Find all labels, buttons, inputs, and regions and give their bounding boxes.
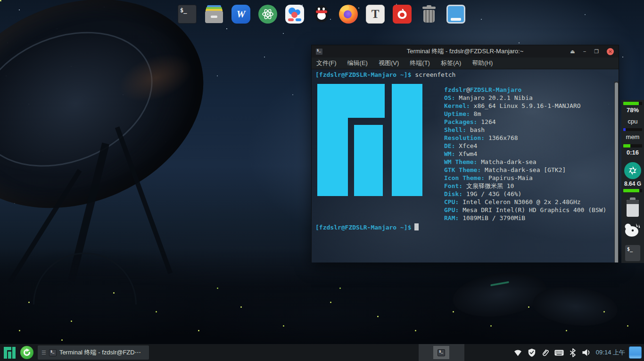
- cpu-label[interactable]: cpu: [628, 118, 638, 125]
- menu-edit[interactable]: 编辑(E): [347, 59, 368, 67]
- dock-wps-office[interactable]: W: [231, 4, 251, 25]
- taskbar: ☰ $_ Terminal 终端 - fzdslr@FZD⋯ $_: [0, 344, 644, 361]
- app-menu-button[interactable]: [0, 344, 19, 361]
- updater-button[interactable]: [19, 344, 35, 361]
- screenshot-aperture-icon[interactable]: [624, 162, 641, 179]
- host-line: fzdslr@FZDSLR-Manjaro: [444, 86, 606, 94]
- terminal-icon: $_: [178, 5, 197, 24]
- trash-icon: [420, 5, 438, 24]
- info-line: CPU: Intel Celeron N3060 @ 2x 2.48GHz: [444, 198, 606, 206]
- info-line: WM: Xfwm4: [444, 150, 606, 158]
- info-line: GTK Theme: Matcha-dark-sea [GTK2]: [444, 166, 606, 174]
- info-line: Resolution: 1366x768: [444, 134, 606, 142]
- maximize-button[interactable]: ❐: [594, 49, 599, 54]
- keyboard-icon[interactable]: [554, 348, 564, 357]
- shield-check-icon[interactable]: [527, 348, 537, 357]
- grip-icon: ☰: [41, 350, 46, 356]
- menu-view[interactable]: 视图(V): [379, 59, 399, 67]
- wps-office-icon: W: [231, 5, 250, 24]
- dock-file-cabinet[interactable]: [204, 4, 224, 25]
- baidu-netdisk-icon: [285, 5, 304, 24]
- atom-icon: [258, 5, 277, 24]
- terminal-icon: $_: [438, 349, 445, 356]
- info-line: Kernel: x86_64 Linux 5.9.16-1-MANJARO: [444, 102, 606, 110]
- radio-telescope-silhouette: [0, 0, 235, 245]
- info-line: Uptime: 8m: [444, 110, 606, 118]
- right-panel: 78% cpu mem 0:16 8.64 G $_: [621, 100, 644, 263]
- screenfetch-output: fzdslr@FZDSLR-Manjaro OS: Manjaro 20.2.1…: [315, 84, 615, 222]
- minimize-button[interactable]: −: [583, 49, 586, 54]
- dock-baidu-netdisk[interactable]: [285, 4, 305, 25]
- terminal-icon[interactable]: $_: [625, 245, 641, 262]
- info-line: RAM: 1089MiB / 3790MiB: [444, 214, 606, 222]
- qq-icon: [313, 4, 330, 24]
- titlebar[interactable]: $_ Terminal 终端 - fzdslr@FZDSLR-Manjaro:~…: [312, 45, 619, 57]
- manjaro-logo: [317, 84, 422, 196]
- terminal-content[interactable]: [fzdslr@FZDSLR-Manjaro ~]$ screenfetch f…: [312, 69, 619, 263]
- system-info: fzdslr@FZDSLR-Manjaro OS: Manjaro 20.2.1…: [444, 84, 606, 222]
- wifi-icon[interactable]: [513, 348, 523, 357]
- free-space-value: 8.64 G: [624, 180, 641, 188]
- dock-trash[interactable]: [419, 4, 439, 25]
- workspace-pager[interactable]: $_: [419, 344, 464, 361]
- dock-firefox[interactable]: [339, 4, 358, 25]
- cpu-bar: [623, 128, 642, 131]
- top-dock: $_ W T: [177, 4, 466, 25]
- manjaro-logo-icon: [4, 347, 16, 359]
- desktop: $_ W T: [0, 0, 644, 361]
- menu-help[interactable]: 帮助(H): [472, 59, 493, 67]
- workspace-indicator[interactable]: [629, 346, 642, 359]
- dock-typora[interactable]: T: [365, 4, 385, 25]
- ground-blob: [179, 271, 471, 352]
- active-workspace-cell[interactable]: $_: [433, 346, 449, 359]
- battery-bar: [623, 102, 642, 105]
- info-line: Icon Theme: Papirus-Maia: [444, 174, 606, 182]
- file-manager-icon: [446, 5, 465, 24]
- scrollbar-thumb[interactable]: [615, 82, 618, 263]
- xfce-mouse-icon[interactable]: [624, 222, 642, 239]
- bluetooth-icon[interactable]: [568, 348, 578, 357]
- info-line: DE: Xfce4: [444, 142, 606, 150]
- info-line: WM Theme: Matcha-dark-sea: [444, 158, 606, 166]
- mem-label[interactable]: mem: [626, 133, 640, 140]
- netease-music-icon: [393, 5, 412, 24]
- clock[interactable]: 09:14 上午: [596, 348, 625, 357]
- fireflies-decoration: [0, 0, 1, 1]
- close-button[interactable]: ✕: [607, 48, 614, 55]
- paperclip-icon[interactable]: [541, 348, 550, 357]
- command-line: [fzdslr@FZDSLR-Manjaro ~]$ screenfetch: [315, 71, 615, 78]
- disk-bar: [623, 189, 642, 192]
- volume-icon[interactable]: [582, 348, 591, 357]
- taskbar-window-label: Terminal 终端 - fzdslr@FZD⋯: [59, 348, 141, 357]
- system-tray: [513, 348, 591, 357]
- green-arrow-icon: [20, 346, 33, 359]
- dock-terminal[interactable]: $_: [177, 4, 197, 25]
- dock-qq[interactable]: [312, 4, 331, 25]
- taskbar-window-button[interactable]: ☰ $_ Terminal 终端 - fzdslr@FZD⋯: [38, 345, 149, 360]
- uptime-value: 0:16: [627, 149, 639, 156]
- info-line: Disk: 19G / 43G (46%): [444, 190, 606, 198]
- menu-terminal[interactable]: 终端(T): [410, 59, 430, 67]
- terminal-icon: $_: [49, 349, 57, 356]
- text-cursor: [414, 223, 419, 230]
- dock-atom[interactable]: [258, 4, 278, 25]
- scrollbar[interactable]: [614, 82, 619, 263]
- firefox-icon: [339, 5, 358, 24]
- info-line: OS: Manjaro 20.2.1 Nibia: [444, 94, 606, 102]
- typora-icon: T: [366, 5, 385, 24]
- prompt-line: [fzdslr@FZDSLR-Manjaro ~]$: [315, 223, 615, 231]
- menu-file[interactable]: 文件(F): [316, 59, 337, 67]
- menu-tabs[interactable]: 标签(A): [441, 59, 461, 67]
- terminal-window: $_ Terminal 终端 - fzdslr@FZDSLR-Manjaro:~…: [311, 45, 619, 263]
- info-line: Shell: bash: [444, 126, 606, 134]
- file-cabinet-icon: [205, 5, 223, 24]
- battery-percent: 78%: [627, 107, 639, 114]
- info-line: GPU: Mesa DRI Intel(R) HD Graphics 400 (…: [444, 206, 606, 214]
- dock-netease-music[interactable]: [392, 4, 412, 25]
- info-line: Font: 文泉驿微米黑 10: [444, 182, 606, 190]
- battery-icon[interactable]: [626, 197, 640, 217]
- uptime-bar: [623, 144, 642, 148]
- menubar: 文件(F) 编辑(E) 视图(V) 终端(T) 标签(A) 帮助(H): [312, 57, 619, 69]
- dock-file-manager[interactable]: [446, 4, 466, 25]
- shade-button[interactable]: ⏏: [570, 49, 575, 54]
